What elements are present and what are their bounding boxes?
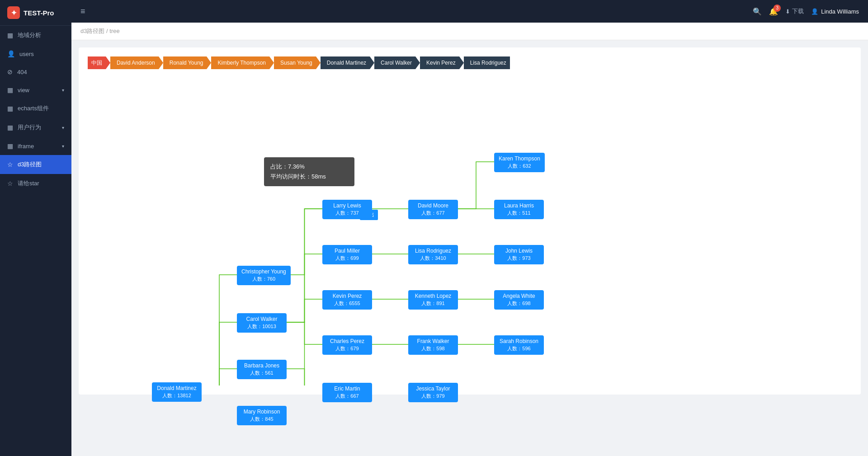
sidebar: ✦ TEST-Pro ▦ 地域分析 👤 users ⊘ 404 ▦ view ▾… [0, 0, 71, 456]
tree-node-paul_miller[interactable]: Paul Miller 人数：699 [322, 245, 372, 264]
tree-lines-svg [88, 78, 852, 385]
tree-node-angela_white[interactable]: Angela White 人数：698 [494, 290, 544, 310]
tree-node-donald_martinez[interactable]: Donald Martinez 人数：13812 [152, 382, 202, 402]
tree-node-charles_perez[interactable]: Charles Perez 人数：679 [322, 335, 372, 355]
download-label: 下载 [792, 7, 804, 15]
sidebar-item-view[interactable]: ▦ view ▾ [0, 81, 71, 99]
path-item-Lisa-Rodriguez[interactable]: Lisa Rodriguez [464, 56, 510, 69]
node-name-charles_perez: Charles Perez [327, 338, 368, 344]
node-count-kevin_perez: 人数：6555 [327, 300, 368, 307]
tree-node-david_moore[interactable]: David Moore 人数：677 [408, 200, 458, 219]
node-name-paul_miller: Paul Miller [327, 248, 368, 254]
path-item-Donald-Martinez[interactable]: Donald Martinez [321, 56, 374, 69]
sidebar-logo: ✦ TEST-Pro [0, 0, 71, 26]
user-menu[interactable]: 👤 Linda Williams [811, 8, 859, 15]
node-count-carol_walker: 人数：10013 [241, 323, 282, 330]
node-name-carol_walker: Carol Walker [241, 316, 282, 322]
download-button[interactable]: ⬇ 下载 [785, 7, 804, 15]
tree-node-kevin_perez[interactable]: Kevin Perez 人数：6555 [322, 290, 372, 310]
tree-node-frank_walker[interactable]: Frank Walker 人数：598 [408, 335, 458, 355]
node-name-jessica_taylor: Jessica Taylor [413, 385, 453, 392]
path-arrow-Ronald-Young [207, 56, 211, 69]
sidebar-arrow-iframe: ▾ [62, 144, 64, 149]
sidebar-icon-请给star: ☆ [7, 180, 13, 187]
tree-node-sarah_robinson[interactable]: Sarah Robinson 人数：596 [494, 335, 544, 355]
node-count-karen_thompson: 人数：632 [499, 163, 540, 169]
sidebar-item-users[interactable]: 👤 users [0, 45, 71, 63]
logo-icon: ✦ [7, 6, 20, 19]
sidebar-item-d3路径图[interactable]: ☆ d3路径图 [0, 155, 71, 174]
breadcrumb-bar: d3路径图 / tree [71, 23, 868, 40]
sidebar-label-echarts组件: echarts组件 [18, 104, 49, 113]
node-name-larry_lewis: Larry Lewis [327, 202, 368, 209]
topbar-left: ≡ [80, 7, 85, 16]
tree-node-christopher_young[interactable]: Christopher Young 人数：760 [237, 266, 291, 285]
sidebar-item-请给star[interactable]: ☆ 请给star [0, 174, 71, 193]
sidebar-item-echarts组件[interactable]: ▦ echarts组件 [0, 99, 71, 118]
sidebar-icon-d3路径图: ☆ [7, 161, 13, 168]
sidebar-item-用户行为[interactable]: ▦ 用户行为 ▾ [0, 118, 71, 137]
tree-node-mary_robinson[interactable]: Mary Robinson 人数：845 [237, 406, 287, 425]
sidebar-icon-用户行为: ▦ [7, 124, 13, 131]
sidebar-icon-404: ⊘ [7, 68, 13, 75]
search-icon[interactable]: 🔍 [753, 7, 762, 16]
tree-node-karen_thompson[interactable]: Karen Thompson 人数：632 [494, 153, 545, 172]
path-label-David-Anderson: David Anderson [110, 56, 159, 69]
sidebar-item-地域分析[interactable]: ▦ 地域分析 [0, 26, 71, 45]
tree-node-barbara_jones[interactable]: Barbara Jones 人数：561 [237, 360, 287, 379]
tree-node-jessica_taylor[interactable]: Jessica Taylor 人数：979 [408, 383, 458, 402]
path-item-Carol-Walker[interactable]: Carol Walker [374, 56, 420, 69]
node-count-angela_white: 人数：698 [499, 300, 539, 307]
menu-icon[interactable]: ≡ [80, 7, 85, 16]
path-label-Lisa-Rodriguez: Lisa Rodriguez [464, 56, 510, 69]
path-label-中国: 中国 [88, 56, 106, 69]
path-label-Carol-Walker: Carol Walker [374, 56, 415, 69]
node-count-donald_martinez: 人数：13812 [156, 392, 197, 399]
node-count-christopher_young: 人数：760 [241, 276, 286, 282]
path-item-Kimberly-Thompson[interactable]: Kimberly Thompson [211, 56, 274, 69]
node-name-karen_thompson: Karen Thompson [499, 155, 540, 162]
path-label-Ronald-Young: Ronald Young [163, 56, 207, 69]
node-name-christopher_young: Christopher Young [241, 268, 286, 275]
sidebar-label-请给star: 请给star [18, 179, 39, 188]
sidebar-icon-users: 👤 [7, 50, 15, 57]
sidebar-item-404[interactable]: ⊘ 404 [0, 63, 71, 81]
node-count-john_lewis: 人数：973 [499, 255, 539, 262]
path-item-Susan-Young[interactable]: Susan Young [274, 56, 321, 69]
path-nav: 中国David AndersonRonald YoungKimberly Tho… [88, 56, 852, 69]
path-arrow-David-Anderson [159, 56, 163, 69]
tree-node-laura_harris[interactable]: Laura Harris 人数：511 [494, 200, 544, 219]
path-label-Susan-Young: Susan Young [274, 56, 316, 69]
node-name-david_moore: David Moore [413, 202, 453, 209]
path-item-Ronald-Young[interactable]: Ronald Young [163, 56, 212, 69]
notification-button[interactable]: 🔔 3 [769, 7, 778, 16]
sidebar-label-地域分析: 地域分析 [18, 31, 41, 39]
node-name-barbara_jones: Barbara Jones [241, 362, 282, 369]
path-item-中国[interactable]: 中国 [88, 56, 110, 69]
sidebar-item-iframe[interactable]: ▦ iframe ▾ [0, 137, 71, 155]
node-count-paul_miller: 人数：699 [327, 255, 368, 262]
sidebar-label-iframe: iframe [18, 143, 34, 150]
sidebar-label-view: view [18, 87, 29, 94]
tree-node-kenneth_lopez[interactable]: Kenneth Lopez 人数：891 [408, 290, 458, 310]
path-item-Kevin-Perez[interactable]: Kevin Perez [420, 56, 464, 69]
tree-node-lisa_rodriguez[interactable]: Lisa Rodriguez 人数：3410 [408, 245, 458, 264]
path-arrow-Carol-Walker [415, 56, 420, 69]
node-name-kenneth_lopez: Kenneth Lopez [413, 293, 453, 299]
tooltip-avg-visit: 平均访问时长：58ms [270, 172, 348, 182]
breadcrumb-page: tree [109, 28, 119, 34]
tree-node-john_lewis[interactable]: John Lewis 人数：973 [494, 245, 544, 264]
tree-node-eric_martin[interactable]: Eric Martin 人数：667 [322, 383, 372, 402]
sidebar-icon-地域分析: ▦ [7, 32, 13, 39]
sidebar-label-d3路径图: d3路径图 [18, 160, 42, 169]
tree-node-larry_lewis[interactable]: Larry Lewis 人数：737 [322, 200, 372, 219]
topbar-right: 🔍 🔔 3 ⬇ 下载 👤 Linda Williams [753, 7, 859, 16]
node-name-kevin_perez: Kevin Perez [327, 293, 368, 299]
node-count-jessica_taylor: 人数：979 [413, 393, 453, 400]
path-item-David-Anderson[interactable]: David Anderson [110, 56, 163, 69]
tree-node-carol_walker[interactable]: Carol Walker 人数：10013 [237, 313, 287, 333]
topbar: ≡ 🔍 🔔 3 ⬇ 下载 👤 Linda Williams [71, 0, 868, 23]
tree-container: 中国David AndersonRonald YoungKimberly Tho… [79, 47, 861, 395]
node-count-eric_martin: 人数：667 [327, 393, 368, 400]
sidebar-icon-iframe: ▦ [7, 142, 13, 150]
